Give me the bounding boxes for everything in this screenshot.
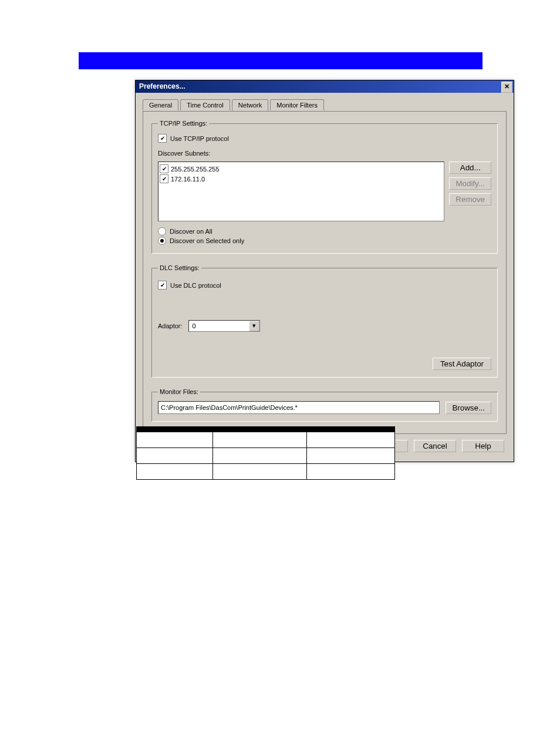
tcpip-legend: TCP/IP Settings: <box>158 120 209 127</box>
adaptor-row: Adaptor: 0 ▾ <box>158 320 491 332</box>
tabstrip: General Time Control Network Monitor Fil… <box>143 99 507 112</box>
chevron-down-icon: ▾ <box>249 321 259 331</box>
table-header-0 <box>137 427 213 432</box>
dlc-legend: DLC Settings: <box>158 264 201 271</box>
header-strip <box>79 52 483 69</box>
monitor-files-legend: Monitor Files: <box>158 388 200 395</box>
table-row <box>137 464 395 480</box>
use-dlc-checkbox[interactable]: ✔ Use DLC protocol <box>158 281 221 290</box>
data-table <box>136 426 395 480</box>
titlebar[interactable]: Preferences... ✕ <box>136 80 514 93</box>
test-adaptor-button[interactable]: Test Adaptor <box>433 358 491 370</box>
radio-icon <box>158 227 166 235</box>
subnet-item-0[interactable]: ✔ 255.255.255.255 <box>160 164 443 173</box>
tab-network[interactable]: Network <box>232 99 268 111</box>
preferences-dialog: Preferences... ✕ General Time Control Ne… <box>135 80 514 462</box>
table-header-row <box>137 427 395 432</box>
use-tcpip-label: Use TCP/IP protocol <box>170 135 229 142</box>
checkmark-icon: ✔ <box>160 174 168 183</box>
table-header-1 <box>213 427 307 432</box>
discover-selected-label: Discover on Selected only <box>170 237 244 244</box>
tab-panel-network: TCP/IP Settings: ✔ Use TCP/IP protocol D… <box>143 111 507 434</box>
tab-time-control[interactable]: Time Control <box>180 99 230 110</box>
help-button[interactable]: Help <box>462 440 504 452</box>
discover-subnets-label: Discover Subnets: <box>158 150 491 157</box>
discover-selected-radio[interactable]: Discover on Selected only <box>158 237 491 245</box>
dialog-client: General Time Control Network Monitor Fil… <box>136 93 514 462</box>
modify-subnet-button[interactable]: Modify... <box>449 177 491 190</box>
subnet-item-1[interactable]: ✔ 172.16.11.0 <box>160 174 443 183</box>
cancel-button[interactable]: Cancel <box>414 440 456 452</box>
window-title: Preferences... <box>139 82 185 90</box>
table-row <box>137 432 395 448</box>
tab-monitor-filters[interactable]: Monitor Filters <box>270 99 324 110</box>
checkmark-icon: ✔ <box>158 281 167 290</box>
discover-scope-radios: Discover on All Discover on Selected onl… <box>158 227 491 245</box>
adaptor-value: 0 <box>189 322 249 329</box>
checkmark-icon: ✔ <box>160 164 168 173</box>
subnet-buttons: Add... Modify... Remove <box>449 161 491 221</box>
tcpip-settings-group: TCP/IP Settings: ✔ Use TCP/IP protocol D… <box>151 120 498 254</box>
monitor-files-group: Monitor Files: Browse... <box>151 388 498 422</box>
subnet-item-label: 255.255.255.255 <box>171 166 220 173</box>
radio-icon <box>158 237 166 245</box>
table-header-2 <box>307 427 395 432</box>
test-adaptor-row: Test Adaptor <box>158 358 491 370</box>
use-tcpip-checkbox[interactable]: ✔ Use TCP/IP protocol <box>158 134 229 143</box>
discover-all-radio[interactable]: Discover on All <box>158 227 491 235</box>
adaptor-label: Adaptor: <box>158 322 183 329</box>
checkmark-icon: ✔ <box>158 134 167 143</box>
close-icon: ✕ <box>504 83 510 90</box>
discover-all-label: Discover on All <box>170 228 212 235</box>
remove-subnet-button[interactable]: Remove <box>449 193 491 206</box>
monitor-path-input[interactable] <box>158 401 440 414</box>
browse-button[interactable]: Browse... <box>446 402 491 414</box>
dlc-settings-group: DLC Settings: ✔ Use DLC protocol Adaptor… <box>151 264 498 378</box>
use-dlc-label: Use DLC protocol <box>170 282 221 289</box>
subnets-listbox[interactable]: ✔ 255.255.255.255 ✔ 172.16.11.0 <box>158 161 444 221</box>
close-button[interactable]: ✕ <box>501 82 512 93</box>
tab-general[interactable]: General <box>143 99 178 110</box>
add-subnet-button[interactable]: Add... <box>449 161 491 174</box>
table-row <box>137 448 395 464</box>
adaptor-select[interactable]: 0 ▾ <box>188 320 260 332</box>
subnet-item-label: 172.16.11.0 <box>171 176 205 183</box>
subnets-row: ✔ 255.255.255.255 ✔ 172.16.11.0 Add... M… <box>158 161 491 221</box>
